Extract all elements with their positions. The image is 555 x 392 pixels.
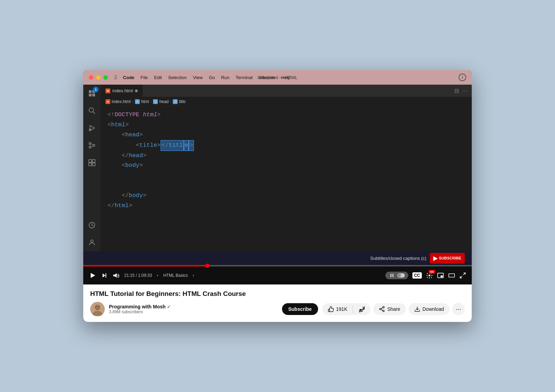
svg-marker-23 [113, 273, 117, 278]
pause-icon [389, 272, 395, 279]
video-title: HTML Tutorial for Beginners: HTML Crash … [90, 290, 465, 298]
settings-button[interactable]: HD [426, 272, 433, 279]
code-line-5: ____</head> [108, 151, 465, 161]
svg-rect-24 [391, 274, 391, 277]
maximize-button[interactable] [103, 75, 108, 80]
breadcrumb-file-icon: H [105, 99, 110, 104]
svg-rect-28 [441, 275, 443, 277]
code-content[interactable]: <!DOCTYPE html> <html> ____<head> ______… [101, 106, 472, 251]
svg-line-40 [381, 308, 383, 309]
svg-rect-0 [89, 90, 92, 93]
svg-point-33 [93, 311, 102, 316]
channel-row: Programming with Mosh ✓ 3.89M subscriber… [90, 302, 465, 316]
sidebar-icon-search[interactable] [87, 105, 97, 116]
titlebar:  Code File Edit Selection View Go Run T… [83, 70, 472, 85]
breadcrumb-html-label: html [141, 99, 149, 104]
download-label: Download [422, 306, 444, 312]
volume-button[interactable] [112, 272, 119, 279]
like-button[interactable]: 191K [322, 303, 353, 315]
play-button[interactable] [89, 272, 96, 279]
channel-avatar[interactable] [90, 302, 105, 316]
code-editor[interactable]: H index.html ⊟ ··· H index.html › ⬡ [101, 85, 472, 251]
traffic-lights [89, 75, 108, 80]
tab-filename: index.html [112, 88, 133, 93]
yt-subscribe-button[interactable]: ▶ SUBSCRIBE [430, 253, 465, 264]
svg-line-31 [460, 276, 462, 278]
miniplayer-button[interactable] [437, 272, 444, 279]
sidebar-icon-extensions[interactable] [87, 157, 97, 168]
download-button[interactable]: Download [409, 303, 450, 315]
yt-subscribe-label: SUBSCRIBE [439, 256, 461, 260]
subscribe-button[interactable]: Subscribe [282, 303, 318, 315]
progress-dot [205, 264, 210, 268]
svg-point-34 [95, 306, 97, 307]
total-time: 1:09:33 [138, 273, 152, 278]
sidebar-icon-timeline[interactable] [87, 220, 97, 230]
svg-rect-16 [89, 163, 92, 166]
next-button[interactable] [101, 272, 108, 279]
dislike-button[interactable] [353, 303, 370, 315]
chapter-label: HTML Basics [163, 273, 188, 278]
svg-rect-15 [92, 160, 95, 162]
svg-rect-22 [105, 273, 106, 278]
split-editor-icon[interactable]: ⊟ [454, 87, 459, 94]
menu-code[interactable]: Code [123, 75, 135, 80]
sidebar-icon-source-control[interactable] [87, 140, 97, 151]
code-line-4: ________<title></title> [108, 140, 465, 151]
menu-run[interactable]: Run [221, 75, 229, 80]
sidebar-icon-run[interactable] [87, 123, 97, 133]
breadcrumb-html-icon: ⬡ [135, 99, 140, 104]
svg-line-13 [91, 146, 93, 147]
code-line-7 [108, 171, 465, 181]
video-player: Subtitles/closed captions (c) ▶ SUBSCRIB… [83, 251, 472, 284]
subscriber-count: 3.89M subscribers [109, 309, 278, 314]
breadcrumb-file[interactable]: H index.html [105, 99, 131, 104]
apple-menu[interactable]:  [115, 74, 117, 80]
editor-tab[interactable]: H index.html [101, 85, 143, 97]
breadcrumb-sep-3: › [170, 99, 171, 104]
svg-point-35 [98, 306, 100, 307]
breadcrumb-head[interactable]: ⬡ head [153, 99, 169, 104]
menu-view[interactable]: View [193, 75, 203, 80]
breadcrumb-sep-2: › [150, 99, 152, 104]
breadcrumb-title-label: title [179, 99, 186, 104]
hd-badge: HD [429, 270, 435, 274]
close-button[interactable] [89, 75, 93, 80]
like-dislike-group: 191K [322, 303, 371, 315]
share-button[interactable]: Share [373, 303, 405, 315]
html-file-icon: H [105, 88, 110, 93]
minimize-button[interactable] [96, 75, 101, 80]
menu-file[interactable]: File [140, 75, 148, 80]
theatre-button[interactable] [448, 272, 455, 279]
toggle-switch[interactable] [397, 273, 405, 278]
player-controls: 21:15 / 1:09:33 • HTML Basics › [83, 266, 472, 284]
app-window:  Code File Edit Selection View Go Run T… [83, 70, 472, 322]
svg-point-10 [93, 144, 95, 146]
fullscreen-button[interactable] [459, 272, 466, 279]
progress-fill [83, 265, 207, 266]
menu-selection[interactable]: Selection [168, 75, 187, 80]
more-actions-icon[interactable]: ··· [462, 88, 467, 94]
like-count: 191K [336, 306, 348, 312]
menu-go[interactable]: Go [209, 75, 215, 80]
code-line-3: ____<head> [108, 130, 465, 140]
info-icon[interactable]: i [459, 74, 466, 81]
svg-point-38 [383, 310, 385, 312]
channel-info: Programming with Mosh ✓ 3.89M subscriber… [109, 304, 278, 314]
svg-point-19 [91, 240, 93, 242]
svg-rect-14 [89, 160, 92, 162]
menu-terminal[interactable]: Terminal [236, 75, 253, 80]
menu-edit[interactable]: Edit [154, 75, 162, 80]
progress-bar[interactable] [83, 265, 472, 266]
captions-button[interactable]: CC [412, 272, 422, 279]
breadcrumb-title[interactable]: ⬡ title [173, 99, 186, 104]
svg-marker-21 [103, 273, 105, 278]
more-options-button[interactable]: ··· [452, 303, 465, 315]
current-time: 21:15 [124, 273, 135, 278]
svg-rect-2 [89, 94, 92, 96]
channel-name-text[interactable]: Programming with Mosh [109, 304, 165, 309]
breadcrumb-html[interactable]: ⬡ html [135, 99, 149, 104]
sidebar-icon-account[interactable] [87, 237, 97, 248]
sidebar-icon-explorer[interactable]: 1 [87, 88, 97, 99]
autopause-toggle[interactable] [385, 272, 408, 279]
